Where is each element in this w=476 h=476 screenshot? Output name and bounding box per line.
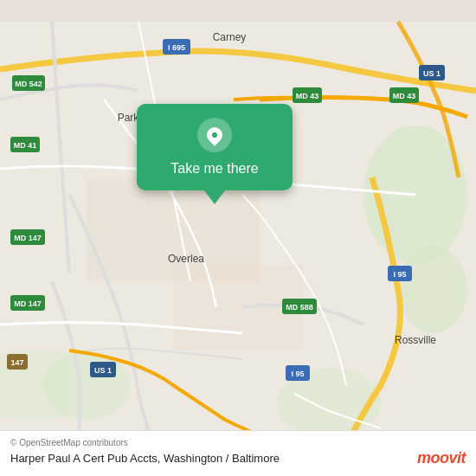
svg-text:MD 542: MD 542	[15, 80, 42, 88]
svg-text:I 95: I 95	[291, 370, 304, 378]
svg-text:MD 41: MD 41	[14, 141, 37, 150]
map-popup[interactable]: Take me there	[137, 104, 293, 204]
svg-point-2	[398, 247, 467, 333]
popup-arrow	[204, 190, 225, 204]
bottom-title-row: Harper Paul A Cert Pub Accts, Washington…	[10, 449, 466, 467]
svg-text:147: 147	[10, 358, 23, 367]
map-svg: I 695 MD 542 US 1 MD 43 MD 43 MD 41 MD 1…	[0, 0, 476, 476]
location-title: Harper Paul A Cert Pub Accts, Washington…	[10, 452, 280, 465]
location-pin-icon	[197, 118, 232, 152]
svg-text:MD 43: MD 43	[393, 92, 416, 100]
svg-text:I 95: I 95	[393, 270, 406, 279]
take-me-there-button[interactable]: Take me there	[170, 161, 258, 177]
svg-text:MD 43: MD 43	[296, 92, 319, 100]
map-container: I 695 MD 542 US 1 MD 43 MD 43 MD 41 MD 1…	[0, 0, 476, 476]
svg-text:MD 147: MD 147	[14, 234, 42, 242]
svg-text:MD 588: MD 588	[286, 303, 313, 312]
moovit-logo: moovit	[417, 449, 466, 467]
moovit-text: moovit	[417, 449, 466, 467]
svg-text:US 1: US 1	[423, 69, 441, 78]
svg-text:I 695: I 695	[168, 43, 185, 52]
svg-text:US 1: US 1	[94, 366, 112, 375]
map-credits: © OpenStreetMap contributors	[10, 438, 466, 447]
svg-text:Carney: Carney	[213, 31, 247, 43]
svg-text:Rossville: Rossville	[395, 334, 436, 346]
svg-text:Overlea: Overlea	[168, 253, 204, 265]
popup-callout[interactable]: Take me there	[137, 104, 293, 190]
svg-text:MD 147: MD 147	[14, 299, 42, 308]
bottom-bar: © OpenStreetMap contributors Harper Paul…	[0, 430, 476, 476]
